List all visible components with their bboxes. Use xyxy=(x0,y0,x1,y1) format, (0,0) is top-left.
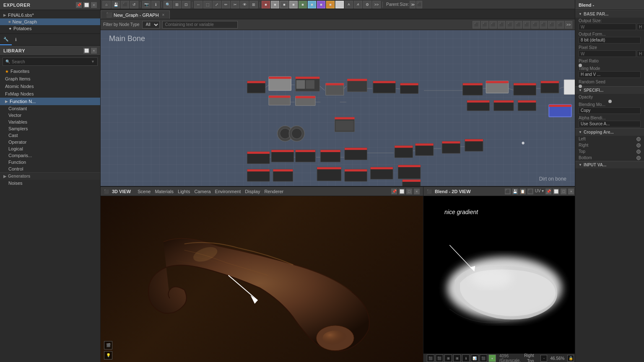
lib-sub-noises[interactable]: Noises xyxy=(0,180,100,186)
filter-icon-2[interactable]: ⬛ xyxy=(481,21,488,28)
lib-sub-constant[interactable]: Constant xyxy=(0,105,100,112)
view-2d-btn-3[interactable]: ⊞ xyxy=(444,354,452,362)
lib-category-generators[interactable]: ▶ Generators xyxy=(0,172,100,180)
zoom-out-btn[interactable]: - xyxy=(540,355,547,362)
toolbar-camera-btn[interactable]: 📷 xyxy=(142,1,151,8)
filter-icon-9[interactable]: ⬛ xyxy=(540,21,547,28)
toolbar-refresh-btn[interactable]: ↺ xyxy=(130,1,138,8)
view-2d-float-btn[interactable]: ⬜ xyxy=(553,189,559,194)
filter-icon-4[interactable]: ⬛ xyxy=(498,21,505,28)
graph-viewport[interactable]: Main Bone xyxy=(101,30,575,186)
pixel-size-w[interactable] xyxy=(579,50,636,57)
view-3d-display[interactable]: Display xyxy=(245,189,260,194)
filter-text-input[interactable] xyxy=(162,21,238,28)
cropping-top-knob[interactable] xyxy=(636,150,641,154)
toolbar-save-all-btn[interactable]: ⬛ xyxy=(121,1,129,8)
toolbar-zoom-btn[interactable]: 🔍 xyxy=(164,1,172,8)
lib-sub-vector[interactable]: Vector xyxy=(0,112,100,119)
toolbar-navigate-btn[interactable]: ⤢ xyxy=(213,1,221,8)
input-va-section[interactable]: ▼ INPUT VA... xyxy=(575,161,644,168)
filter-icon-6[interactable]: ⬛ xyxy=(514,21,522,28)
cam-light-btn[interactable]: 💡 xyxy=(104,351,112,359)
lib-sub-cast[interactable]: Cast xyxy=(0,132,100,139)
tree-item-root[interactable]: ▶ FINAL6.sbs* xyxy=(0,12,100,18)
view-2d-close-btn[interactable]: × xyxy=(568,189,574,194)
toolbar-fit-btn[interactable]: ⊞ xyxy=(173,1,181,8)
toolbar-color-6[interactable]: ■ xyxy=(308,1,316,8)
cropping-bottom-knob[interactable] xyxy=(636,156,641,160)
view-2d-icon-3[interactable]: 📋 xyxy=(520,189,526,194)
filter-icon-12[interactable]: >> xyxy=(565,21,572,28)
toolbar-save-btn[interactable]: 💾 xyxy=(112,1,120,8)
tree-item-new-graph[interactable]: ■ New_Graph xyxy=(0,18,100,25)
lib-sub-function[interactable]: Function xyxy=(0,159,100,165)
filter-type-select[interactable]: All xyxy=(142,21,160,28)
view-2d-icon-1[interactable]: ⬛ xyxy=(505,189,511,194)
library-float-btn[interactable]: ⬜ xyxy=(83,48,89,54)
view-2d-btn-5[interactable]: ℹ xyxy=(462,354,470,362)
lib-sub-logical[interactable]: Logical xyxy=(0,145,100,152)
toolbar-pen-btn[interactable]: ✏ xyxy=(222,1,230,8)
view-2d-max-btn[interactable]: □ xyxy=(561,189,566,194)
toolbar-eye-btn[interactable]: 👁 xyxy=(240,1,249,8)
view-3d-pin-btn[interactable]: 📌 xyxy=(391,189,397,194)
toolbar-center-btn[interactable]: ⊡ xyxy=(182,1,190,8)
random-seed-thumb[interactable] xyxy=(579,85,582,88)
lib-item-fxmap-nodes[interactable]: FxMap Nodes xyxy=(0,90,100,98)
view-3d-close-btn[interactable]: × xyxy=(414,189,420,194)
toolbar-select-btn[interactable]: ⬚ xyxy=(203,1,212,8)
view-2d-btn-1[interactable]: ⬛ xyxy=(427,354,434,362)
filter-icon-3[interactable]: ⬛ xyxy=(489,21,497,28)
toolbar-cut-btn[interactable]: ✂ xyxy=(231,1,239,8)
view-3d-environment[interactable]: Environment xyxy=(215,189,241,194)
left-tab-tools[interactable]: 🔧 xyxy=(0,34,12,45)
filter-icon-11[interactable]: ⬛ xyxy=(556,21,564,28)
view-3d-scene[interactable]: Scene xyxy=(138,189,151,194)
view-2d-btn-6[interactable]: 📊 xyxy=(471,354,478,362)
toolbar-grid-btn[interactable]: ⊞ xyxy=(249,1,258,8)
lib-item-graph-items[interactable]: Graph Items xyxy=(0,75,100,83)
view-2d-icon-4[interactable]: ⬛ xyxy=(527,189,533,194)
tree-item-potatoes[interactable]: ✦ Potatoes xyxy=(0,25,100,32)
explorer-close-btn[interactable]: × xyxy=(91,2,97,8)
toolbar-text-btn[interactable]: A xyxy=(345,1,353,8)
filter-icon-1[interactable]: ⬛ xyxy=(473,21,480,28)
graph-tab-new-graph[interactable]: ⬛ New_Graph - GRAPH × xyxy=(101,10,170,19)
toolbar-link-btn[interactable]: ⬛ xyxy=(416,1,422,8)
toolbar-more-btn[interactable]: >> xyxy=(372,1,381,8)
toolbar-color-4[interactable]: ■ xyxy=(289,1,298,8)
cam-record-btn[interactable]: 🎬 xyxy=(104,341,112,349)
explorer-float-btn[interactable]: ⬜ xyxy=(83,2,89,8)
toolbar-move-btn[interactable]: ↔ xyxy=(194,1,203,8)
cropping-left-knob[interactable] xyxy=(636,137,641,141)
lib-sub-comparis[interactable]: Comparis... xyxy=(0,152,100,159)
toolbar-color-8[interactable]: ■ xyxy=(326,1,335,8)
view-3d-max-btn[interactable]: □ xyxy=(406,189,412,194)
view-3d-float-btn[interactable]: ⬜ xyxy=(399,189,405,194)
view-3d-materials[interactable]: Materials xyxy=(155,189,174,194)
toolbar-color-9[interactable]: ■ xyxy=(335,1,344,8)
lib-sub-samplers[interactable]: Samplers xyxy=(0,125,100,132)
base-par-section[interactable]: ▼ BASE PAR... xyxy=(575,10,644,18)
toolbar-color-5[interactable]: ■ xyxy=(299,1,307,8)
library-search-input[interactable] xyxy=(12,59,91,64)
output-size-height[interactable] xyxy=(637,23,644,30)
view-3d-renderer[interactable]: Renderer xyxy=(264,189,283,194)
specific-section[interactable]: ▼ SPECIFI... xyxy=(575,86,644,94)
toolbar-color-2[interactable]: ■ xyxy=(271,1,279,8)
filter-icon-5[interactable]: ⬛ xyxy=(506,21,514,28)
cropping-right-knob[interactable] xyxy=(636,143,641,147)
pixel-size-h[interactable] xyxy=(637,50,644,57)
explorer-pin-btn[interactable]: 📌 xyxy=(76,2,82,8)
output-size-width[interactable] xyxy=(579,23,636,30)
pixel-ratio-thumb[interactable] xyxy=(579,64,582,67)
lib-sub-control[interactable]: Control xyxy=(0,165,100,172)
toolbar-color-1[interactable]: ■ xyxy=(262,1,270,8)
cropping-section[interactable]: ▼ Cropping Are... xyxy=(575,128,644,136)
filter-icon-7[interactable]: ⬛ xyxy=(523,21,530,28)
toolbar-color-3[interactable]: ■ xyxy=(280,1,288,8)
lib-item-atomic-nodes[interactable]: Atomic Nodes xyxy=(0,83,100,90)
view-2d-btn-7[interactable]: ⬛ xyxy=(480,354,487,362)
toolbar-home-btn[interactable]: ⌂ xyxy=(102,1,111,8)
view-2d-btn-4[interactable]: ⊞ xyxy=(453,354,461,362)
